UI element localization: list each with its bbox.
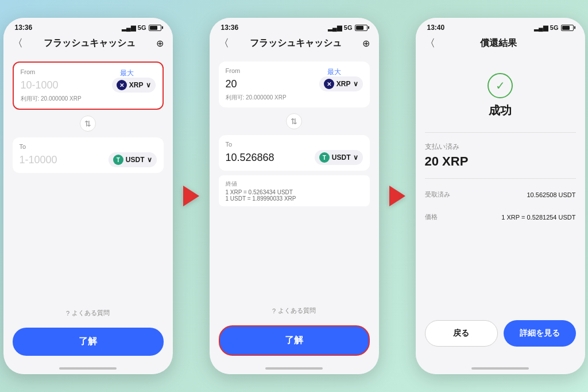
rate2-2: 1 USDT = 1.89990033 XRP [226, 195, 363, 202]
home-bar-2 [265, 367, 323, 370]
xrp-icon-1: ✕ [117, 80, 127, 90]
max-label-1[interactable]: 最大 [120, 68, 134, 78]
battery-icon-3 [561, 25, 574, 31]
content-2: 最大 From 20 ✕ XRP ∨ 利用可: 20.000000 XRP ⇅ … [210, 55, 379, 325]
rate1-2: 1 XRP = 0.5263434 USDT [226, 189, 363, 195]
faq-icon-1: ? [66, 310, 69, 317]
usdt-icon-2: T [319, 152, 330, 163]
rate-title-2: 終値 [226, 180, 363, 188]
to-row-1: 1-10000 T USDT ∨ [20, 152, 157, 167]
time-2: 13:36 [221, 24, 239, 32]
to-label-1: To [20, 143, 157, 150]
home-indicator-3 [416, 363, 585, 374]
back-button-1[interactable]: 〈 [13, 36, 23, 50]
phone-1: 13:36 ▂▄▆ 5G 〈 フラッシュキャッシュ ⊕ 最大 From 10-1… [3, 18, 173, 374]
arrow-icon-1 [183, 186, 199, 206]
nav-bar-1: 〈 フラッシュキャッシュ ⊕ [3, 34, 173, 55]
signal-bars-3: ▂▄▆ [534, 24, 548, 32]
from-token-chevron-1: ∨ [146, 81, 151, 89]
rate-section-2: 終値 1 XRP = 0.5263434 USDT 1 USDT = 1.899… [219, 175, 370, 206]
back-button-3[interactable]: 〈 [425, 36, 435, 50]
signal-bars-2: ▂▄▆ [328, 24, 342, 32]
faq-icon-2: ? [272, 308, 276, 314]
to-label-2: To [226, 141, 363, 148]
from-row-1: 10-1000 ✕ XRP ∨ [21, 78, 156, 93]
to-value-2[interactable]: 10.526868 [226, 152, 315, 164]
from-value-2[interactable]: 20 [226, 78, 319, 90]
back-button-result-3[interactable]: 戻る [425, 320, 498, 347]
paid-section-3: 支払い済み 20 XRP [425, 142, 576, 169]
page-title-2: フラッシュキャッシュ [250, 37, 342, 49]
phone-2: 13:36 ▂▄▆ 5G 〈 フラッシュキャッシュ ⊕ 最大 From 20 ✕… [210, 18, 379, 374]
price-value-3: 1 XRP = 0.5281254 USDT [501, 214, 575, 221]
to-token-2[interactable]: T USDT ∨ [315, 150, 363, 165]
signal-bars-1: ▂▄▆ [122, 24, 136, 32]
back-button-2[interactable]: 〈 [219, 36, 229, 50]
faq-label-1: よくある質問 [72, 309, 110, 317]
status-bar-2: 13:36 ▂▄▆ 5G [210, 18, 379, 34]
action-button-1[interactable]: 了解 [13, 328, 164, 356]
to-section-1: To 1-10000 T USDT ∨ [13, 137, 164, 173]
home-indicator-2 [210, 363, 379, 374]
time-1: 13:36 [15, 24, 33, 32]
paid-amount-3: 20 XRP [425, 154, 576, 169]
nav-icon-2[interactable]: ⊕ [362, 38, 370, 49]
swap-section-2: ⇅ [219, 112, 370, 130]
nav-icon-1[interactable]: ⊕ [156, 38, 164, 49]
faq-1[interactable]: ? よくある質問 [13, 305, 164, 321]
result-buttons-3: 戻る 詳細を見る [425, 320, 576, 347]
network-type-1: 5G [138, 24, 146, 31]
nav-bar-2: 〈 フラッシュキャッシュ ⊕ [210, 34, 379, 55]
time-3: 13:40 [427, 24, 445, 32]
from-value-1[interactable]: 10-1000 [21, 79, 112, 91]
from-row-2: 20 ✕ XRP ∨ [226, 76, 363, 91]
swap-section-1: ⇅ [13, 114, 164, 133]
price-label-3: 価格 [425, 213, 438, 221]
network-type-2: 5G [344, 24, 353, 31]
action-button-2[interactable]: 了解 [219, 325, 370, 356]
battery-icon-2 [355, 25, 368, 31]
phone-3: 13:40 ▂▄▆ 5G 〈 償還結果 ✓ 成功 支払い済み 20 XRP [416, 18, 585, 374]
home-bar-3 [471, 367, 529, 370]
to-token-chevron-1: ∨ [147, 156, 152, 164]
xrp-icon-2: ✕ [324, 79, 334, 89]
to-row-2: 10.526868 T USDT ∨ [226, 150, 363, 165]
status-icons-2: ▂▄▆ 5G [328, 24, 367, 32]
from-available-1: 利用可: 20.000000 XRP [21, 95, 156, 103]
from-token-label-1: XRP [129, 81, 144, 89]
received-row-3: 受取済み 10.562508 USDT [425, 188, 576, 201]
result-content-3: ✓ 成功 支払い済み 20 XRP 受取済み 10.562508 USDT 価格… [416, 55, 585, 363]
from-label-2: From [226, 67, 363, 74]
nav-bar-3: 〈 償還結果 [416, 34, 585, 55]
battery-icon-1 [149, 25, 161, 31]
arrow-icon-2 [389, 186, 405, 206]
status-bar-3: 13:40 ▂▄▆ 5G [416, 18, 585, 34]
home-indicator-1 [3, 363, 173, 374]
arrow-1 [183, 186, 199, 206]
divider-3 [425, 132, 576, 133]
from-section-1: 最大 From 10-1000 ✕ XRP ∨ 利用可: 20.000000 X… [13, 62, 164, 110]
from-section-2: 最大 From 20 ✕ XRP ∨ 利用可: 20.000000 XRP [219, 62, 370, 107]
faq-2[interactable]: ? よくある質問 [219, 303, 370, 318]
paid-label-3: 支払い済み [425, 142, 576, 152]
received-label-3: 受取済み [425, 190, 450, 199]
from-token-1[interactable]: ✕ XRP ∨ [112, 78, 156, 93]
success-check-icon-3: ✓ [488, 73, 513, 98]
from-label-1: From [21, 68, 156, 75]
arrow-2 [389, 186, 405, 206]
detail-button-3[interactable]: 詳細を見る [504, 320, 576, 347]
received-value-3: 10.562508 USDT [527, 191, 576, 198]
network-type-3: 5G [550, 24, 559, 31]
divider2-3 [425, 178, 576, 179]
from-token-label-2: XRP [336, 80, 351, 88]
to-token-1[interactable]: T USDT ∨ [109, 152, 157, 167]
to-token-chevron-2: ∨ [353, 153, 358, 162]
swap-icon-1[interactable]: ⇅ [80, 116, 96, 132]
page-title-1: フラッシュキャッシュ [44, 37, 136, 49]
page-title-3: 償還結果 [480, 37, 517, 49]
to-token-label-2: USDT [332, 153, 351, 162]
swap-icon-2[interactable]: ⇅ [286, 113, 302, 129]
max-label-2[interactable]: 最大 [327, 67, 341, 77]
to-value-1[interactable]: 1-10000 [20, 154, 109, 166]
from-token-2[interactable]: ✕ XRP ∨ [319, 76, 363, 91]
